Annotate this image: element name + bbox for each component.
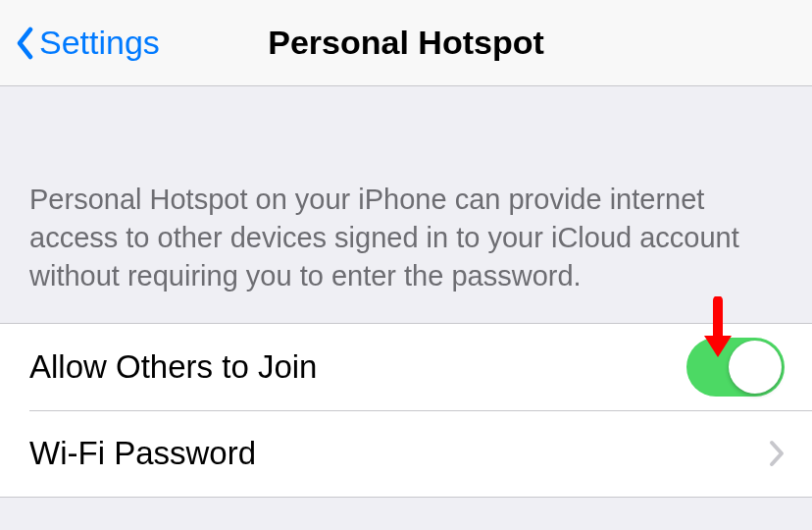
wifi-password-row[interactable]: Wi-Fi Password <box>0 410 812 497</box>
chevron-left-icon <box>16 26 33 60</box>
allow-others-row: Allow Others to Join <box>0 324 812 410</box>
allow-others-toggle[interactable] <box>686 338 785 397</box>
wifi-password-label: Wi-Fi Password <box>29 435 256 472</box>
toggle-knob <box>729 341 782 394</box>
page-title: Personal Hotspot <box>268 24 543 62</box>
settings-group: Allow Others to Join Wi-Fi Password <box>0 323 812 498</box>
back-label: Settings <box>39 24 160 62</box>
section-description: Personal Hotspot on your iPhone can prov… <box>0 86 812 323</box>
allow-others-label: Allow Others to Join <box>29 348 317 386</box>
chevron-right-icon <box>769 440 785 467</box>
navigation-bar: Settings Personal Hotspot <box>0 0 812 86</box>
back-button[interactable]: Settings <box>16 24 160 62</box>
